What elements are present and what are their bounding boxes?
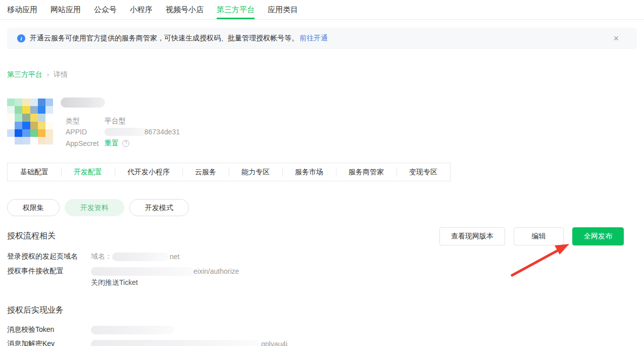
- type-value: 平台型: [105, 117, 126, 126]
- nav-item-website-app[interactable]: 网站应用: [51, 5, 81, 19]
- platform-profile: 类型 平台型 APPID 86734de31 AppSecret 重置 ?: [7, 98, 273, 144]
- config-tabs: 基础配置 开发配置 代开发小程序 云服务 能力专区 服务市场 服务商管家 变现专…: [7, 163, 451, 181]
- message-key-label: 消息加解密Key: [7, 339, 91, 346]
- publish-to-all-button[interactable]: 全网发布: [572, 227, 624, 245]
- banner-text: 开通云服务可使用官方提供的服务商管家，可快速生成授权码、批量管理授权帐号等。: [30, 34, 299, 43]
- auth-event-receive-label: 授权事件接收配置: [7, 267, 91, 276]
- nav-item-official-account[interactable]: 公众号: [94, 5, 117, 19]
- profile-row-appid: APPID 86734de31: [66, 128, 180, 136]
- tab-service-provider-manager[interactable]: 服务商管家: [336, 163, 397, 181]
- sub-tabs: 权限集 开发资料 开发模式: [7, 199, 189, 216]
- profile-row-appsecret: AppSecret 重置 ?: [66, 139, 129, 148]
- auth-flow-section-title: 授权流程相关: [7, 231, 56, 241]
- breadcrumb-third-party-platform[interactable]: 第三方平台: [7, 70, 42, 79]
- profile-row-type: 类型 平台型: [66, 117, 126, 126]
- tab-basic-config[interactable]: 基础配置: [8, 163, 61, 181]
- message-token-row: 消息校验Token: [7, 325, 175, 334]
- profile-info: 类型 平台型 APPID 86734de31 AppSecret 重置 ?: [61, 98, 273, 144]
- nav-item-third-party-platform[interactable]: 第三方平台: [217, 5, 255, 19]
- message-token-label: 消息校验Token: [7, 325, 91, 334]
- redacted-message-key: [91, 340, 260, 346]
- banner-open-cloud-link[interactable]: 前往开通: [300, 34, 328, 43]
- breadcrumb-detail: 详情: [54, 70, 68, 79]
- avatar: [7, 98, 53, 144]
- auth-event-url-tail: eixin/authorize: [193, 267, 239, 275]
- breadcrumb-separator: ›: [47, 71, 49, 78]
- close-icon[interactable]: ×: [613, 34, 619, 43]
- login-auth-domain-label: 登录授权的发起页域名: [7, 252, 91, 261]
- domain-prefix: 域名：: [91, 252, 112, 261]
- post-auth-section-title: 授权后实现业务: [7, 305, 64, 316]
- type-label: 类型: [66, 117, 105, 126]
- tab-service-market[interactable]: 服务市场: [282, 163, 336, 181]
- nav-item-mobile-app[interactable]: 移动应用: [7, 5, 37, 19]
- domain-visible-tail: net: [170, 253, 179, 261]
- tab-monetization-zone[interactable]: 变现专区: [397, 163, 450, 181]
- appid-visible-tail: 86734de31: [144, 128, 180, 136]
- nav-item-channels-shop[interactable]: 视频号小店: [166, 5, 204, 19]
- tab-dev-config[interactable]: 开发配置: [61, 163, 115, 181]
- top-nav-bar: 移动应用 网站应用 公众号 小程序 视频号小店 第三方平台 应用类目: [0, 0, 644, 20]
- tab-cloud-service[interactable]: 云服务: [182, 163, 229, 181]
- top-nav: 移动应用 网站应用 公众号 小程序 视频号小店 第三方平台 应用类目: [7, 0, 644, 19]
- ticket-push-row: 关闭推送Ticket: [7, 278, 138, 287]
- breadcrumb: 第三方平台 › 详情: [7, 70, 68, 79]
- redacted-appid: [105, 128, 147, 136]
- appsecret-reset-link[interactable]: 重置: [105, 139, 119, 148]
- nav-item-mini-program[interactable]: 小程序: [130, 5, 153, 19]
- appsecret-label: AppSecret: [66, 139, 105, 147]
- pill-permission-set[interactable]: 权限集: [7, 199, 60, 216]
- redacted-domain: [112, 253, 169, 261]
- info-banner: i 开通云服务可使用官方提供的服务商管家，可快速生成授权码、批量管理授权帐号等。…: [7, 28, 637, 49]
- auth-event-receive-row: 授权事件接收配置 eixin/authorize: [7, 267, 239, 276]
- redacted-platform-name: [61, 97, 105, 108]
- redacted-message-token: [91, 326, 175, 334]
- view-live-version-button[interactable]: 查看现网版本: [439, 227, 505, 245]
- redacted-auth-event-url: [91, 267, 194, 276]
- tab-delegated-miniprogram[interactable]: 代开发小程序: [115, 163, 182, 181]
- help-icon[interactable]: ?: [122, 140, 129, 147]
- message-key-visible-tail: qplyau4i: [261, 340, 287, 346]
- appid-value: 86734de31: [105, 128, 180, 136]
- pill-dev-mode[interactable]: 开发模式: [129, 199, 189, 216]
- info-icon: i: [17, 34, 25, 42]
- message-key-row: 消息加解密Key qplyau4i: [7, 339, 287, 346]
- nav-item-app-category[interactable]: 应用类目: [268, 5, 298, 19]
- close-ticket-push-link[interactable]: 关闭推送Ticket: [91, 278, 138, 287]
- appid-label: APPID: [66, 128, 105, 136]
- edit-button[interactable]: 编辑: [514, 227, 564, 245]
- login-auth-domain-row: 登录授权的发起页域名 域名： net: [7, 252, 179, 261]
- pill-dev-materials[interactable]: 开发资料: [65, 199, 124, 216]
- action-buttons: 查看现网版本 编辑 全网发布: [439, 227, 624, 245]
- tab-capability-zone[interactable]: 能力专区: [229, 163, 282, 181]
